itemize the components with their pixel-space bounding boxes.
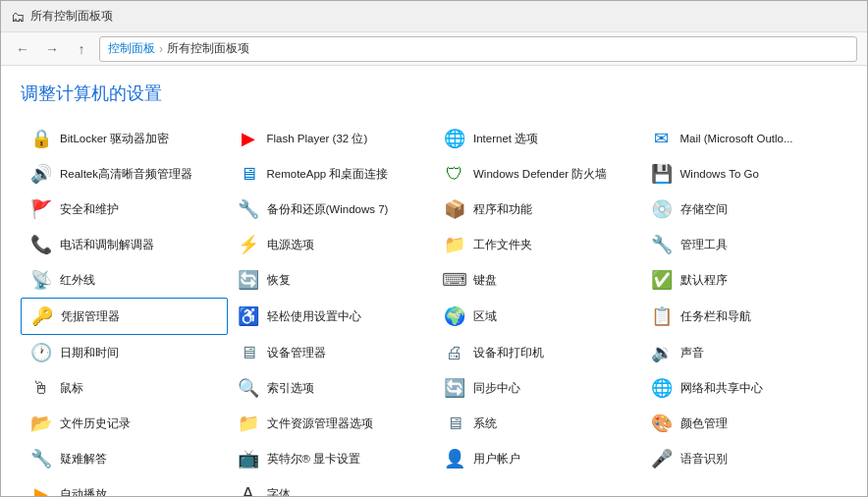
control-item-infrared[interactable]: 📡红外线 (21, 262, 228, 298)
workfolder-label: 工作文件夹 (473, 238, 532, 252)
control-item-phone[interactable]: 📞电话和调制解调器 (21, 227, 228, 262)
control-item-remoteapp[interactable]: 🖥RemoteApp 和桌面连接 (228, 156, 435, 192)
address-path[interactable]: 控制面板 › 所有控制面板项 (99, 36, 857, 62)
control-item-backup[interactable]: 🔧备份和还原(Windows 7) (228, 192, 435, 227)
control-item-security[interactable]: 🚩安全和维护 (21, 192, 228, 227)
storage-icon: 💿 (649, 196, 675, 222)
control-item-sync[interactable]: 🔄同步中心 (434, 370, 641, 406)
control-item-intel[interactable]: 📺英特尔® 显卡设置 (228, 441, 435, 476)
easeofaccess-label: 轻松使用设置中心 (267, 309, 361, 324)
programs-icon: 📦 (442, 196, 467, 222)
control-item-restore[interactable]: 🔄恢复 (228, 262, 435, 298)
network-label: 网络和共享中心 (680, 381, 763, 396)
troubleshoot-icon: 🔧 (28, 446, 54, 471)
control-item-admintools[interactable]: 🔧管理工具 (641, 227, 848, 262)
infrared-icon: 📡 (28, 267, 54, 293)
network-icon: 🌐 (649, 375, 675, 401)
control-item-color[interactable]: 🎨颜色管理 (641, 406, 848, 441)
color-icon: 🎨 (649, 411, 675, 436)
path-separator: › (159, 42, 163, 56)
control-item-default[interactable]: ✅默认程序 (641, 262, 848, 298)
control-item-sound[interactable]: 🔉声音 (641, 335, 848, 370)
content-area: 调整计算机的设置 🔒BitLocker 驱动器加密▶Flash Player (… (1, 66, 867, 496)
realtek-label: Realtek高清晰音频管理器 (60, 167, 192, 182)
indexing-icon: 🔍 (236, 375, 261, 401)
keyboard-icon: ⌨ (442, 267, 467, 293)
devices-label: 设备和打印机 (473, 346, 544, 360)
bitlocker-icon: 🔒 (28, 126, 54, 151)
internet-label: Internet 选项 (473, 132, 538, 146)
control-item-keyboard[interactable]: ⌨键盘 (434, 262, 641, 298)
security-label: 安全和维护 (60, 202, 119, 217)
control-item-system[interactable]: 🖥系统 (434, 406, 641, 441)
control-item-credential[interactable]: 🔑凭据管理器 (21, 298, 228, 335)
control-item-windowstogo[interactable]: 💾Windows To Go (641, 156, 848, 192)
control-item-defender[interactable]: 🛡Windows Defender 防火墙 (434, 156, 641, 192)
defender-label: Windows Defender 防火墙 (473, 167, 607, 182)
flash-label: Flash Player (32 位) (267, 132, 368, 146)
control-item-mail[interactable]: ✉Mail (Microsoft Outlo... (641, 121, 848, 156)
control-item-internet[interactable]: 🌐Internet 选项 (434, 121, 641, 156)
control-item-region[interactable]: 🌍区域 (434, 298, 641, 335)
mail-label: Mail (Microsoft Outlo... (680, 132, 793, 146)
control-item-network[interactable]: 🌐网络和共享中心 (641, 370, 848, 406)
control-item-realtek[interactable]: 🔊Realtek高清晰音频管理器 (21, 156, 228, 192)
font-label: 字体 (267, 487, 291, 496)
default-label: 默认程序 (680, 273, 728, 288)
sync-icon: 🔄 (442, 375, 467, 401)
control-item-flash[interactable]: ▶Flash Player (32 位) (228, 121, 435, 156)
control-item-programs[interactable]: 📦程序和功能 (434, 192, 641, 227)
windowstogo-icon: 💾 (649, 161, 675, 187)
back-button[interactable]: ← (11, 37, 34, 61)
control-item-storage[interactable]: 💿存储空间 (641, 192, 848, 227)
credential-label: 凭据管理器 (61, 309, 120, 324)
restore-label: 恢复 (267, 273, 291, 288)
control-item-autoplay[interactable]: ▶自动播放 (21, 476, 228, 496)
system-icon: 🖥 (442, 411, 467, 436)
defender-icon: 🛡 (442, 161, 467, 187)
phone-icon: 📞 (28, 232, 54, 257)
control-item-filehistory[interactable]: 📂文件历史记录 (21, 406, 228, 441)
control-item-troubleshoot[interactable]: 🔧疑难解答 (21, 441, 228, 476)
control-item-easeofaccess[interactable]: ♿轻松使用设置中心 (228, 298, 435, 335)
control-item-devices[interactable]: 🖨设备和打印机 (434, 335, 641, 370)
control-item-workfolder[interactable]: 📁工作文件夹 (434, 227, 641, 262)
address-bar: ← → ↑ 控制面板 › 所有控制面板项 (1, 32, 867, 66)
control-item-datetime[interactable]: 🕐日期和时间 (21, 335, 228, 370)
security-icon: 🚩 (28, 196, 54, 222)
sound-label: 声音 (680, 346, 704, 360)
programs-label: 程序和功能 (473, 202, 532, 217)
device-label: 设备管理器 (267, 346, 326, 360)
user-icon: 👤 (442, 446, 467, 471)
admintools-icon: 🔧 (649, 232, 675, 257)
control-item-user[interactable]: 👤用户帐户 (434, 441, 641, 476)
control-item-speech[interactable]: 🎤语音识别 (641, 441, 848, 476)
mouse-label: 鼠标 (60, 381, 83, 396)
credential-icon: 🔑 (29, 304, 55, 329)
color-label: 颜色管理 (680, 416, 728, 431)
workfolder-icon: 📁 (442, 232, 467, 257)
control-item-device[interactable]: 🖥设备管理器 (228, 335, 435, 370)
region-label: 区域 (473, 309, 497, 324)
up-button[interactable]: ↑ (70, 37, 93, 61)
filehistory-icon: 📂 (28, 411, 54, 436)
forward-button[interactable]: → (40, 37, 64, 61)
sound-icon: 🔉 (649, 340, 675, 365)
bitlocker-label: BitLocker 驱动器加密 (60, 132, 169, 146)
internet-icon: 🌐 (442, 126, 467, 151)
path-part-all: 所有控制面板项 (167, 40, 249, 57)
control-item-taskbar[interactable]: 📋任务栏和导航 (641, 298, 848, 335)
control-item-bitlocker[interactable]: 🔒BitLocker 驱动器加密 (21, 121, 228, 156)
control-item-fileexplorer[interactable]: 📁文件资源管理器选项 (228, 406, 435, 441)
control-item-power[interactable]: ⚡电源选项 (228, 227, 435, 262)
control-item-mouse[interactable]: 🖱鼠标 (21, 370, 228, 406)
filehistory-label: 文件历史记录 (60, 416, 131, 431)
control-item-indexing[interactable]: 🔍索引选项 (228, 370, 435, 406)
easeofaccess-icon: ♿ (236, 304, 261, 329)
control-item-font[interactable]: A字体 (228, 476, 435, 496)
remoteapp-icon: 🖥 (236, 161, 261, 187)
realtek-icon: 🔊 (28, 161, 54, 187)
backup-label: 备份和还原(Windows 7) (267, 202, 389, 217)
speech-icon: 🎤 (649, 446, 675, 471)
intel-label: 英特尔® 显卡设置 (267, 452, 361, 467)
